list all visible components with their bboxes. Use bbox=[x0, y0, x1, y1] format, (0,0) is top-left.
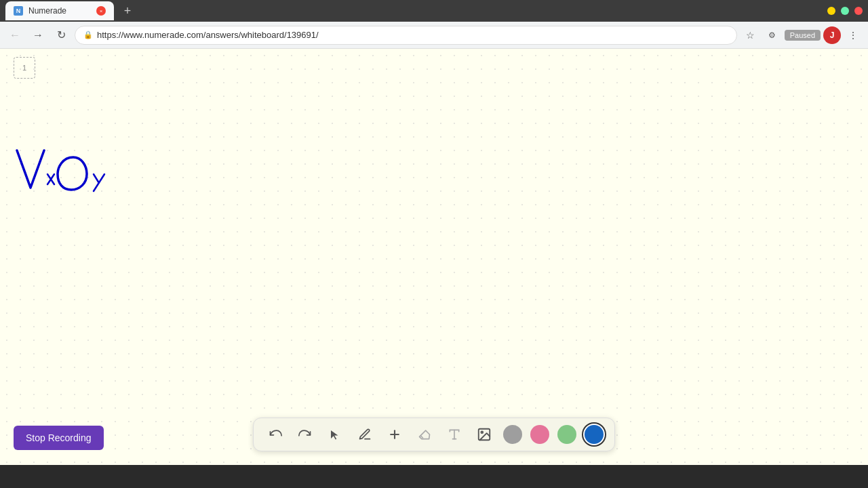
math-drawing bbox=[14, 144, 149, 201]
undo-button[interactable] bbox=[264, 424, 286, 445]
stop-recording-button[interactable]: Stop Recording bbox=[14, 426, 104, 450]
tab-title: Numerade bbox=[28, 6, 66, 16]
browser-actions: ☆ ⚙ Paused J ⋮ bbox=[741, 26, 863, 45]
bookmarks-button[interactable]: ☆ bbox=[741, 26, 760, 45]
page-number: 1 bbox=[22, 64, 26, 72]
pen-tool-button[interactable] bbox=[354, 424, 376, 445]
navigation-bar: ← → ↻ 🔒 https://www.numerade.com/answers… bbox=[0, 22, 868, 49]
window-controls bbox=[827, 7, 863, 15]
text-tool-button[interactable] bbox=[443, 424, 465, 445]
maximize-button[interactable] bbox=[841, 7, 849, 15]
close-button[interactable] bbox=[854, 7, 863, 15]
forward-button[interactable]: → bbox=[28, 26, 47, 45]
add-button[interactable] bbox=[384, 424, 406, 445]
color-gray[interactable] bbox=[503, 425, 522, 444]
color-light-green[interactable] bbox=[557, 425, 576, 444]
tab-close-button[interactable]: × bbox=[96, 6, 106, 16]
color-blue[interactable] bbox=[585, 425, 604, 444]
browser-window: N Numerade × + ← → ↻ 🔒 https://www.numer… bbox=[0, 0, 868, 488]
minimize-button[interactable] bbox=[827, 7, 835, 15]
lock-icon: 🔒 bbox=[83, 30, 93, 39]
back-button[interactable]: ← bbox=[5, 26, 24, 45]
select-tool-button[interactable] bbox=[324, 424, 346, 445]
paused-badge[interactable]: Paused bbox=[785, 30, 821, 41]
url-text: https://www.numerade.com/answers/whitebo… bbox=[97, 30, 319, 40]
eraser-tool-button[interactable] bbox=[414, 424, 435, 445]
address-bar[interactable]: 🔒 https://www.numerade.com/answers/white… bbox=[75, 26, 737, 45]
svg-point-3 bbox=[481, 431, 483, 433]
image-tool-button[interactable] bbox=[473, 424, 495, 445]
new-tab-button[interactable]: + bbox=[118, 1, 137, 20]
tab-favicon: N bbox=[14, 6, 23, 16]
refresh-button[interactable]: ↻ bbox=[52, 26, 71, 45]
whiteboard-canvas[interactable]: 1 Stop Recording bbox=[0, 49, 868, 465]
active-tab[interactable]: N Numerade × bbox=[5, 1, 114, 20]
title-bar: N Numerade × + bbox=[0, 0, 868, 22]
math-svg bbox=[14, 144, 149, 198]
menu-button[interactable]: ⋮ bbox=[844, 26, 863, 45]
extensions-button[interactable]: ⚙ bbox=[763, 26, 782, 45]
profile-button[interactable]: J bbox=[823, 26, 841, 44]
color-pink[interactable] bbox=[530, 425, 549, 444]
page-indicator: 1 bbox=[14, 57, 35, 79]
bottom-toolbar bbox=[253, 418, 615, 451]
redo-button[interactable] bbox=[294, 424, 316, 445]
